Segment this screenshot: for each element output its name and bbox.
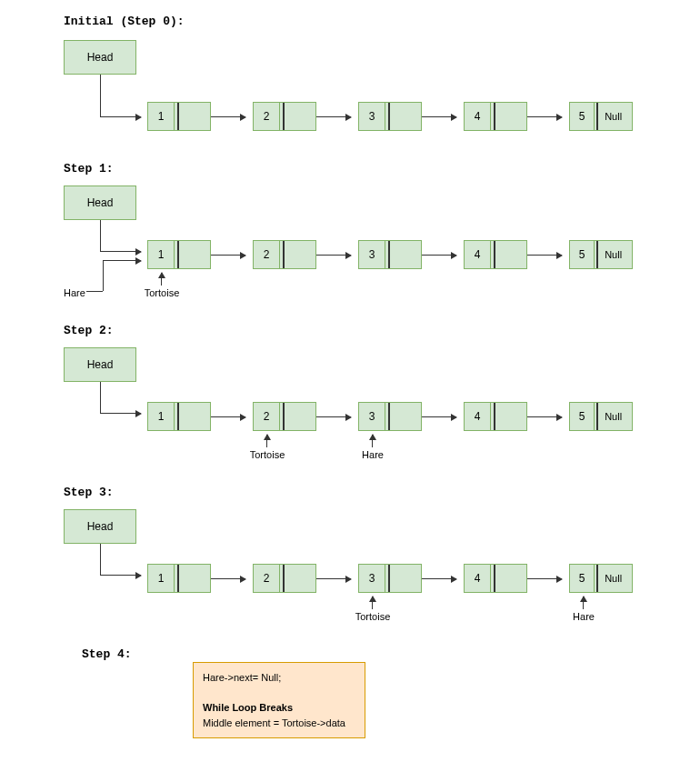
node-ptr bbox=[175, 565, 210, 592]
tortoise-label: Tortoise bbox=[141, 287, 183, 298]
head-box: Head bbox=[64, 509, 136, 544]
node-1: 1 bbox=[147, 402, 211, 431]
up-arrow-icon bbox=[372, 435, 373, 447]
node-ptr bbox=[491, 103, 526, 130]
link-arrow bbox=[422, 416, 456, 417]
hare-label: Hare bbox=[569, 611, 598, 622]
node-ptr bbox=[175, 241, 210, 268]
link-arrow bbox=[422, 116, 456, 117]
link-arrow bbox=[211, 578, 245, 579]
node-data: 5 bbox=[570, 103, 595, 130]
link-arrow bbox=[316, 416, 351, 417]
node-data: 1 bbox=[148, 103, 175, 130]
node-ptr bbox=[385, 565, 421, 592]
hare-label: Hare bbox=[358, 449, 387, 460]
head-label: Head bbox=[87, 358, 114, 371]
step3-title: Step 3: bbox=[64, 486, 114, 499]
hare-label: Hare bbox=[64, 287, 85, 298]
link-arrow bbox=[422, 255, 456, 256]
link-arrow bbox=[211, 255, 245, 256]
tortoise-label: Tortoise bbox=[246, 449, 288, 460]
step0-title: Initial (Step 0): bbox=[64, 15, 185, 28]
node-data: 3 bbox=[359, 565, 385, 592]
node-1: 1 bbox=[147, 564, 211, 593]
node-2: 2 bbox=[253, 402, 316, 431]
up-arrow-icon bbox=[161, 273, 162, 286]
node-2: 2 bbox=[253, 102, 316, 131]
node-ptr bbox=[491, 403, 526, 430]
head-box: Head bbox=[64, 40, 136, 75]
link-arrow bbox=[527, 255, 562, 256]
node-data: 4 bbox=[465, 565, 491, 592]
node-null: Null bbox=[595, 403, 632, 430]
up-arrow-icon bbox=[266, 435, 267, 447]
node-5: 5 Null bbox=[569, 240, 633, 269]
node-null: Null bbox=[595, 103, 632, 130]
node-data: 5 bbox=[570, 565, 595, 592]
node-2: 2 bbox=[253, 564, 316, 593]
node-data: 5 bbox=[570, 403, 595, 430]
node-ptr bbox=[175, 103, 210, 130]
node-ptr bbox=[385, 103, 421, 130]
link-arrow bbox=[316, 255, 351, 256]
step1-title: Step 1: bbox=[64, 162, 114, 175]
node-2: 2 bbox=[253, 240, 316, 269]
node-data: 4 bbox=[465, 403, 491, 430]
node-data: 3 bbox=[359, 103, 385, 130]
node-null: Null bbox=[595, 565, 632, 592]
node-data: 4 bbox=[465, 241, 491, 268]
node-1: 1 bbox=[147, 102, 211, 131]
link-arrow bbox=[527, 416, 562, 417]
node-data: 1 bbox=[148, 565, 175, 592]
node-4: 4 bbox=[464, 402, 527, 431]
node-4: 4 bbox=[464, 102, 527, 131]
link-arrow bbox=[422, 578, 456, 579]
tortoise-label: Tortoise bbox=[352, 611, 394, 622]
node-3: 3 bbox=[358, 240, 422, 269]
node-data: 2 bbox=[254, 241, 280, 268]
node-3: 3 bbox=[358, 402, 422, 431]
node-ptr bbox=[280, 403, 315, 430]
node-ptr bbox=[175, 403, 210, 430]
node-data: 5 bbox=[570, 241, 595, 268]
node-4: 4 bbox=[464, 240, 527, 269]
link-arrow bbox=[527, 578, 562, 579]
node-data: 3 bbox=[359, 241, 385, 268]
node-ptr bbox=[280, 565, 315, 592]
node-5: 5 Null bbox=[569, 402, 633, 431]
node-1: 1 bbox=[147, 240, 211, 269]
head-box: Head bbox=[64, 347, 136, 382]
diagram-canvas: Initial (Step 0): Head 1 2 3 4 5 Null St… bbox=[0, 0, 700, 782]
node-data: 1 bbox=[148, 241, 175, 268]
info-box: Hare->next= Null; While Loop Breaks Midd… bbox=[193, 662, 365, 738]
node-data: 2 bbox=[254, 403, 280, 430]
link-arrow bbox=[316, 578, 351, 579]
link-arrow bbox=[211, 416, 245, 417]
node-ptr bbox=[491, 565, 526, 592]
head-label: Head bbox=[87, 51, 114, 64]
head-label: Head bbox=[87, 196, 114, 209]
node-ptr bbox=[385, 403, 421, 430]
node-ptr bbox=[280, 241, 315, 268]
link-arrow bbox=[527, 116, 562, 117]
node-ptr bbox=[491, 241, 526, 268]
node-ptr bbox=[280, 103, 315, 130]
node-5: 5 Null bbox=[569, 102, 633, 131]
node-4: 4 bbox=[464, 564, 527, 593]
info-line2: While Loop Breaks bbox=[203, 700, 355, 716]
node-data: 1 bbox=[148, 403, 175, 430]
up-arrow-icon bbox=[372, 597, 373, 609]
link-arrow bbox=[316, 116, 351, 117]
node-data: 4 bbox=[465, 103, 491, 130]
node-null: Null bbox=[595, 241, 632, 268]
node-data: 2 bbox=[254, 103, 280, 130]
node-3: 3 bbox=[358, 564, 422, 593]
link-arrow bbox=[211, 116, 245, 117]
up-arrow-icon bbox=[583, 597, 584, 609]
info-line3: Middle element = Tortoise->data bbox=[203, 716, 355, 731]
node-data: 3 bbox=[359, 403, 385, 430]
node-3: 3 bbox=[358, 102, 422, 131]
node-data: 2 bbox=[254, 565, 280, 592]
head-box: Head bbox=[64, 185, 136, 220]
step4-title: Step 4: bbox=[82, 647, 132, 661]
